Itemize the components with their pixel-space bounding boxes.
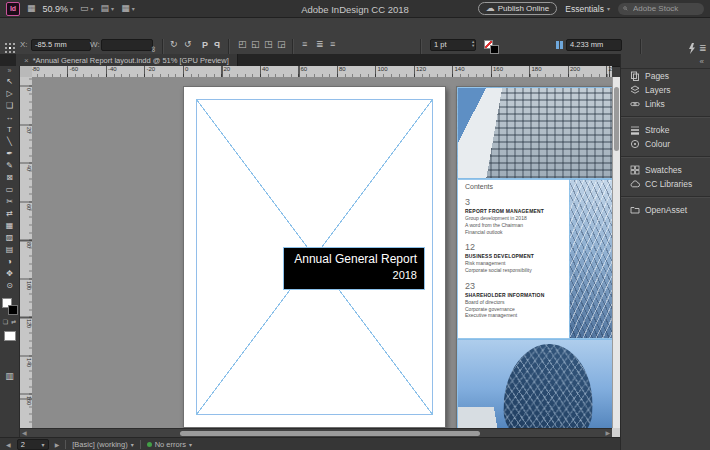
page-cover[interactable]: Annual General Report 2018 <box>183 86 446 428</box>
panel-tab-pages[interactable]: Pages <box>621 69 710 83</box>
preflight-profile-dropdown[interactable]: [Basic] (working) ▾ <box>72 440 133 449</box>
ruler-tick-label: 40 <box>20 163 32 202</box>
panel-tab-links[interactable]: Links <box>621 97 710 111</box>
tool-icon: ◑ <box>7 258 12 266</box>
scissors-tool[interactable]: ✂ <box>0 196 20 208</box>
vertical-scrollbar-thumb[interactable] <box>614 87 619 151</box>
panel-tab-layers[interactable]: Layers <box>621 83 710 97</box>
pen-tool[interactable]: ✒ <box>0 148 20 160</box>
view-options-dropdown[interactable]: ▭ ▾ <box>80 4 94 13</box>
reference-point-proxy[interactable] <box>5 43 15 53</box>
align-right-icon[interactable]: ≡ <box>330 40 335 49</box>
building-photo-top[interactable] <box>457 87 612 179</box>
next-page-icon[interactable]: ▶ <box>55 441 60 448</box>
panel-tab-swatches[interactable]: Swatches <box>621 163 710 177</box>
swap-fill-stroke-icon[interactable]: ⇄ <box>11 319 16 325</box>
rotate-ccw-icon[interactable]: ↺ <box>184 40 192 49</box>
colour-theme-tool[interactable]: ◑ <box>0 256 20 268</box>
screen-mode-dropdown[interactable]: ▤ ▾ <box>101 4 115 13</box>
apply-none-button[interactable] <box>4 331 16 341</box>
gap-tool[interactable]: ↔ <box>0 112 20 124</box>
toc-section: 23 SHAREHOLDER INFORMATION Board of dire… <box>465 281 567 319</box>
preflight-status-dropdown[interactable]: No errors ▾ <box>147 440 192 449</box>
fit-proportional-icon[interactable]: ◳ <box>264 40 273 49</box>
cover-title-frame[interactable]: Annual General Report 2018 <box>283 247 425 290</box>
layers-icon <box>630 85 640 95</box>
panel-tab-colour[interactable]: Colour <box>621 137 710 151</box>
width-field[interactable] <box>101 39 153 51</box>
zoom-level-dropdown[interactable]: 50.9% ▾ <box>43 4 74 14</box>
contents-text: Contents 3 REPORT FROM MANAGEMENT Group … <box>465 183 567 319</box>
adobe-stock-search-input[interactable] <box>631 3 699 14</box>
page-tool[interactable]: ❏ <box>0 100 20 112</box>
expand-panels-icon[interactable]: « <box>700 57 704 66</box>
stroke-black-swatch[interactable] <box>490 45 499 54</box>
search-icon <box>623 4 628 13</box>
gutter-icon <box>556 41 563 49</box>
ruler-tick-label: 80 <box>337 66 376 72</box>
previous-page-icon[interactable]: ◀ <box>6 441 11 448</box>
selection-tool[interactable]: ↖ <box>0 76 20 88</box>
fit-frame-icon[interactable]: ◱ <box>251 40 260 49</box>
rectangle-frame-tool[interactable]: ⊠ <box>0 172 20 184</box>
stroke-weight-stepper[interactable]: ▴ ▾ <box>472 40 474 48</box>
page-contents[interactable]: Contents 3 REPORT FROM MANAGEMENT Group … <box>456 86 612 428</box>
dock-group-divider <box>621 116 710 118</box>
openasset-icon <box>630 205 640 215</box>
note-tool[interactable]: ▤ <box>0 244 20 256</box>
horizontal-scrollbar[interactable]: ◀ ▶ <box>20 428 612 437</box>
tool-icon: ▨ <box>6 234 14 242</box>
tool-icon: ▷ <box>6 90 12 98</box>
default-fill-stroke-icon[interactable]: ❏ <box>3 319 8 325</box>
panel-menu-icon[interactable]: ≣ <box>699 44 707 53</box>
panel-tab-openasset[interactable]: OpenAsset <box>621 203 710 217</box>
constrain-proportions-icon[interactable]: ∞ <box>149 46 157 52</box>
fill-frame-icon[interactable]: ◲ <box>277 40 286 49</box>
hand-tool[interactable]: ✥ <box>0 268 20 280</box>
app-grid-icon[interactable]: ▦ <box>27 4 36 13</box>
ruler-tick-label: -40 <box>106 66 145 72</box>
fill-stroke-indicator[interactable] <box>1 297 19 317</box>
stroke-swatch[interactable] <box>8 305 18 315</box>
zoom-tool[interactable]: ⊙ <box>0 280 20 292</box>
x-position-field[interactable]: -85.5 mm <box>31 39 91 51</box>
gherkin-photo-bottom[interactable] <box>457 339 612 428</box>
screen-mode-button[interactable]: ▥ <box>5 371 14 381</box>
document-tab[interactable]: × *Annual General Report layout.indd @ 5… <box>16 54 238 66</box>
document-canvas[interactable]: Annual General Report 2018 Contents 3 RE… <box>32 77 612 428</box>
rectangle-tool[interactable]: ▭ <box>0 184 20 196</box>
panel-tab-cc-libraries[interactable]: CC Libraries <box>621 177 710 191</box>
stroke-weight-field[interactable]: 1 pt <box>430 39 476 51</box>
pencil-tool[interactable]: ✎ <box>0 160 20 172</box>
close-tab-icon[interactable]: × <box>24 56 29 65</box>
align-center-icon[interactable]: ≣ <box>316 40 324 49</box>
gradient-swatch-tool[interactable]: ▦ <box>0 220 20 232</box>
control-panel: X: -85.5 mm Y: 36.5 mm W: H: ∞ ↻ ↺ ⇆ ⇅ P… <box>0 18 710 55</box>
toc-page-number: 3 <box>465 197 567 207</box>
adobe-stock-search[interactable] <box>618 3 704 15</box>
free-transform-tool[interactable]: ⇄ <box>0 208 20 220</box>
cover-title-text: Annual General Report <box>284 253 417 266</box>
collapse-tools-icon[interactable]: » <box>8 67 12 76</box>
publish-online-button[interactable]: ☁ Publish Online <box>478 2 558 15</box>
page-number-dropdown[interactable]: 2 ▾ <box>17 439 49 450</box>
gutter-value-field[interactable]: 4.233 mm <box>566 39 622 51</box>
arrange-documents-dropdown[interactable]: ▦ ▾ <box>121 4 135 13</box>
ruler-tick-label: 180 <box>530 66 569 72</box>
fit-content-icon[interactable]: ◰ <box>238 40 247 49</box>
line-tool[interactable]: ╲ <box>0 136 20 148</box>
direct-selection-tool[interactable]: ▷ <box>0 88 20 100</box>
workspace-switcher[interactable]: Essentials ▾ <box>565 4 610 14</box>
skyscraper-photo-right[interactable] <box>569 179 612 339</box>
align-left-icon[interactable]: ≡ <box>302 40 307 49</box>
pages-icon <box>630 71 640 81</box>
vertical-scrollbar[interactable] <box>612 77 620 428</box>
toc-page-number: 23 <box>465 281 567 291</box>
panel-tab-stroke[interactable]: Stroke <box>621 123 710 137</box>
chevron-down-icon: ▾ <box>70 6 73 12</box>
type-tool[interactable]: T <box>0 124 20 136</box>
current-page-number: 2 <box>21 440 25 449</box>
horizontal-scrollbar-thumb[interactable] <box>180 431 480 436</box>
gradient-feather-tool[interactable]: ▨ <box>0 232 20 244</box>
rotate-cw-icon[interactable]: ↻ <box>170 40 178 49</box>
